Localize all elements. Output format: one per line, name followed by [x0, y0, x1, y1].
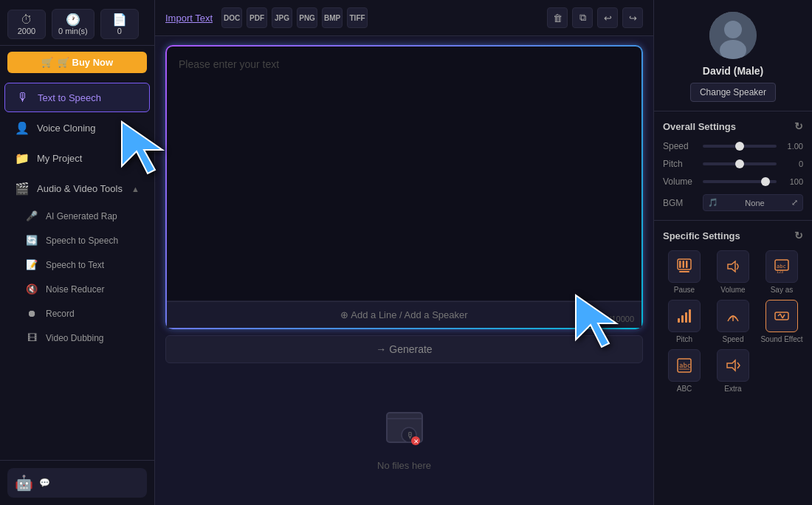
editor-wrapper: 0/10000 ⊕ Add a Line / Add a Speaker — [165, 45, 643, 329]
speaker-avatar — [709, 12, 757, 59]
sidebar-menu: 🎙 Text to Speech 👤 Voice Cloning 📁 My Pr… — [0, 79, 154, 460]
volume-row: Volume 100 — [663, 176, 803, 187]
bgm-expand-icon: ⤢ — [791, 198, 798, 207]
duplicate-btn[interactable]: ⧉ — [572, 7, 593, 28]
change-speaker-button[interactable]: Change Speaker — [690, 83, 776, 102]
rap-icon: 🎤 — [25, 210, 38, 221]
delete-btn[interactable]: 🗑 — [547, 7, 568, 28]
chatbot-label: 💬 — [39, 478, 50, 488]
project-label: My Project — [37, 153, 82, 164]
svg-line-24 — [780, 314, 782, 318]
credits-icon: ⏱ — [14, 13, 39, 27]
effect-sound-effect[interactable]: Sound Effect — [760, 300, 803, 343]
text-input[interactable] — [167, 47, 641, 298]
av-tools-label: Audio & Video Tools — [37, 183, 123, 194]
chatbot-button[interactable]: 🤖 💬 — [7, 468, 147, 498]
effect-speed[interactable]: Speed — [712, 300, 754, 343]
record-label: Record — [46, 309, 75, 319]
svg-rect-18 — [681, 315, 684, 323]
redo-btn[interactable]: ↪ — [622, 7, 643, 28]
sidebar-subitem-video-dubbing[interactable]: 🎞 Video Dubbing — [4, 326, 150, 349]
sidebar-item-voice-cloning[interactable]: 👤 Voice Cloning — [4, 114, 150, 142]
svg-marker-13 — [728, 261, 735, 272]
sidebar-subitem-ai-generated-rap[interactable]: 🎤 AI Generated Rap — [4, 205, 150, 227]
effect-pause[interactable]: Pause — [663, 250, 706, 294]
specific-refresh-icon[interactable]: ↻ — [794, 230, 803, 241]
undo-btn[interactable]: ↩ — [597, 7, 618, 28]
buy-now-label: 🛒 Buy Now — [58, 57, 113, 68]
add-line-row: ⊕ Add a Line / Add a Speaker — [167, 300, 641, 328]
pitch-row: Pitch 0 — [663, 159, 803, 169]
effect-pitch[interactable]: Pitch — [663, 300, 706, 343]
svg-rect-11 — [686, 261, 688, 268]
time-value: 0 min(s) — [58, 27, 88, 35]
import-text-link[interactable]: Import Text — [165, 13, 213, 24]
speed-slider[interactable] — [703, 145, 777, 148]
pitch-value: 0 — [782, 159, 803, 168]
svg-rect-9 — [679, 261, 681, 268]
toolbar: Import Text DOC PDF JPG PNG BMP TIFF 🗑 ⧉… — [155, 0, 653, 36]
effect-volume[interactable]: Volume — [712, 250, 754, 294]
svg-text:abc: abc — [777, 264, 786, 269]
speed-icon-box — [717, 300, 749, 332]
svg-rect-17 — [678, 318, 680, 323]
say-as-label: Say as — [771, 286, 794, 294]
sidebar-subitem-noise-reducer[interactable]: 🔇 Noise Reducer — [4, 278, 150, 300]
abc-label: ABC — [677, 385, 692, 393]
extra-icon-box — [717, 349, 749, 382]
right-panel: David (Male) Change Speaker Overall Sett… — [653, 0, 812, 505]
doc-icon-btn[interactable]: DOC — [221, 7, 242, 28]
editor-container: 0/10000 ⊕ Add a Line / Add a Speaker — [165, 45, 643, 329]
specific-settings: Specific Settings ↻ Pause — [654, 221, 812, 402]
rap-label: AI Generated Rap — [46, 211, 117, 221]
time-icon: 🕐 — [58, 13, 88, 27]
pitch-slider[interactable] — [703, 162, 777, 165]
s2t-icon: 📝 — [25, 259, 38, 270]
noise-icon: 🔇 — [25, 284, 38, 295]
sidebar-subitem-speech-to-text[interactable]: 📝 Speech to Text — [4, 253, 150, 276]
no-files-text: No files here — [377, 460, 431, 471]
overall-settings-header: Overall Settings ↻ — [663, 120, 803, 132]
bgm-value: None — [745, 199, 764, 207]
volume-icon-box — [717, 250, 749, 283]
pdf-icon: PDF — [250, 14, 264, 22]
bmp-icon-btn[interactable]: BMP — [322, 7, 343, 28]
sidebar-item-text-to-speech[interactable]: 🎙 Text to Speech — [4, 83, 150, 112]
undo-icon: ↩ — [604, 13, 612, 24]
bgm-music-icon: 🎵 — [708, 198, 718, 207]
chevron-icon: ▲ — [131, 185, 140, 193]
bgm-selector[interactable]: 🎵 None ⤢ — [703, 194, 803, 211]
refresh-icon[interactable]: ↻ — [794, 120, 803, 132]
copy-icon: ⧉ — [579, 12, 586, 24]
effect-abc[interactable]: abc ABC — [663, 349, 706, 393]
jpg-icon-btn[interactable]: JPG — [272, 7, 292, 28]
effect-extra[interactable]: Extra — [712, 349, 754, 393]
sidebar-subitem-record[interactable]: ⏺ Record — [4, 302, 150, 325]
extra-label: Extra — [724, 385, 741, 393]
png-icon-btn[interactable]: PNG — [297, 7, 317, 28]
project-icon: 📁 — [15, 151, 30, 165]
bgm-row: BGM 🎵 None ⤢ — [663, 194, 803, 211]
dubbing-icon: 🎞 — [25, 332, 38, 343]
volume-value: 100 — [782, 177, 803, 186]
voice-cloning-label: Voice Cloning — [37, 123, 96, 134]
volume-slider[interactable] — [703, 180, 777, 183]
sidebar: ⏱ 2000 🕐 0 min(s) 📄 0 🛒 🛒 Buy Now 🎙 Text… — [0, 0, 155, 505]
speed-label: Speed — [663, 141, 697, 151]
tiff-icon-btn[interactable]: TIFF — [347, 7, 368, 28]
av-tools-icon: 🎬 — [15, 182, 30, 196]
trash-icon: 🗑 — [553, 13, 562, 24]
pitch-icon-box — [668, 300, 701, 332]
pdf-icon-btn[interactable]: PDF — [247, 7, 267, 28]
add-line-button[interactable]: ⊕ Add a Line / Add a Speaker — [167, 301, 641, 328]
generate-button[interactable]: → Generate — [165, 335, 643, 363]
buy-now-button[interactable]: 🛒 🛒 Buy Now — [7, 52, 147, 73]
credits-value: 2000 — [14, 27, 39, 35]
sidebar-item-audio-video-tools[interactable]: 🎬 Audio & Video Tools ▲ — [4, 174, 150, 203]
sidebar-subitem-speech-to-speech[interactable]: 🔄 Speech to Speech — [4, 229, 150, 252]
sound-effect-icon-box — [765, 300, 798, 332]
generate-container: → Generate — [165, 335, 643, 363]
effect-say-as[interactable]: abc 123 Say as — [760, 250, 803, 294]
record-icon: ⏺ — [25, 308, 38, 319]
sidebar-item-my-project[interactable]: 📁 My Project — [4, 144, 150, 173]
